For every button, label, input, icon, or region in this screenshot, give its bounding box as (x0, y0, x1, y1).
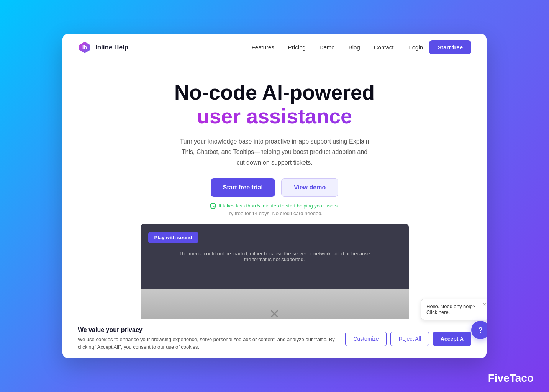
hero-title-line2: user assistance (78, 104, 471, 129)
video-error-text: The media could not be loaded, either be… (167, 243, 382, 270)
clock-icon (210, 203, 216, 209)
logo-icon: ih (78, 41, 92, 54)
nav-features[interactable]: Features (252, 44, 274, 51)
navbar: ih Inline Help Features Pricing Demo Blo… (62, 34, 487, 61)
start-trial-button[interactable]: Start free trial (211, 178, 275, 197)
nav-contact[interactable]: Contact (374, 44, 394, 51)
svg-line-3 (213, 206, 214, 207)
cookie-description: We use cookies to enhance your browsing … (78, 336, 336, 351)
customize-button[interactable]: Customize (345, 332, 387, 346)
hero-title-line1: No-code AI-powered (78, 81, 471, 104)
hero-note-gray-text: Try free for 14 days. No credit card nee… (226, 211, 323, 216)
svg-text:ih: ih (82, 44, 87, 51)
accept-all-button[interactable]: Accept A (433, 332, 471, 346)
logo-area: ih Inline Help (78, 41, 128, 54)
nav-pricing[interactable]: Pricing (288, 44, 306, 51)
reject-all-button[interactable]: Reject All (390, 332, 429, 346)
video-wrapper: Play with sound The media could not be l… (141, 224, 409, 289)
cookie-text-area: We value your privacy We use cookies to … (78, 327, 336, 351)
fivetaco-brand: FiveTaco (488, 372, 534, 384)
start-free-button[interactable]: Start free (429, 40, 471, 54)
chat-tooltip: Hello. Need any help? Click here. × (421, 299, 487, 320)
play-sound-button[interactable]: Play with sound (148, 232, 198, 243)
chat-question-icon: ? (478, 326, 483, 335)
cookie-banner: We value your privacy We use cookies to … (62, 318, 487, 358)
chat-tooltip-text: Hello. Need any help? Click here. (426, 304, 475, 315)
chat-tooltip-close-button[interactable]: × (483, 301, 486, 307)
chat-bubble[interactable]: ? (471, 321, 487, 339)
main-container: ih Inline Help Features Pricing Demo Blo… (62, 34, 487, 358)
hero-note-green: It takes less than 5 minutes to start he… (210, 203, 339, 209)
cookie-title: We value your privacy (78, 327, 336, 333)
view-demo-button[interactable]: View demo (281, 178, 338, 197)
hero-subtitle: Turn your knowledge base into proactive … (179, 136, 370, 168)
nav-links: Features Pricing Demo Blog Contact (252, 44, 394, 51)
hero-buttons: Start free trial View demo (78, 178, 471, 197)
nav-blog[interactable]: Blog (349, 44, 360, 51)
logo-text: Inline Help (95, 44, 128, 51)
hero-note: It takes less than 5 minutes to start he… (78, 203, 471, 216)
hero-note-green-text: It takes less than 5 minutes to start he… (218, 203, 339, 209)
nav-actions: Login Start free (409, 40, 471, 54)
login-button[interactable]: Login (409, 44, 423, 51)
cookie-buttons: Customize Reject All Accept A (345, 332, 471, 346)
nav-demo[interactable]: Demo (320, 44, 335, 51)
